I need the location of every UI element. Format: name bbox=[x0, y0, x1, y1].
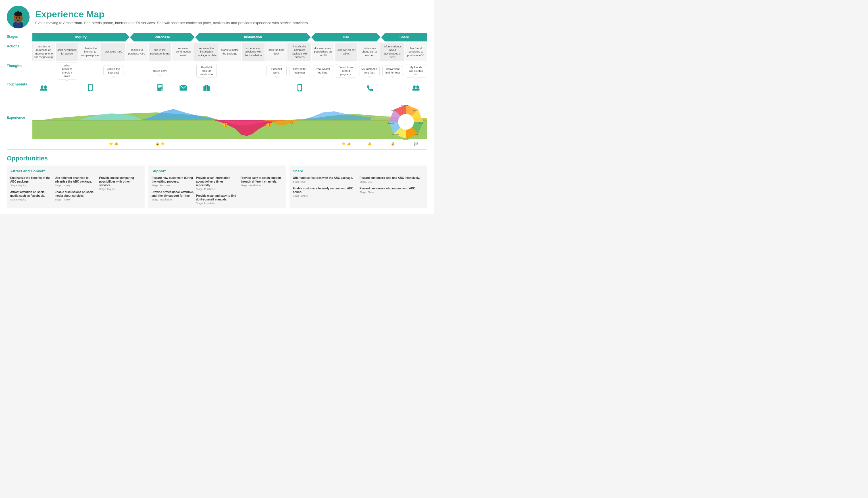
action-15: informs friends about advantages of ABC bbox=[381, 43, 404, 61]
action-13: uses wifi on her tablet bbox=[335, 43, 357, 61]
bottom-icons-row: ⭐ 👍 🔒 ⭐ ⭐ 👍 👍 🔒 💬 bbox=[7, 141, 427, 146]
action-0: decides to purchase an internet, phone a… bbox=[33, 43, 55, 61]
opp-column-support-title: Support bbox=[151, 169, 282, 173]
bottom-icon-5: 🔒 ⭐ bbox=[149, 141, 171, 146]
thought-13: Wow! I can record programs. bbox=[335, 62, 357, 79]
opp-column-support: Support Reward new customers during the … bbox=[148, 166, 286, 208]
touchpoint-6 bbox=[172, 81, 195, 95]
opp-items-share: Offer unique features with the ABC packa… bbox=[293, 176, 424, 197]
stages-container: Inquiry Purchase Installation Use Share bbox=[33, 33, 427, 41]
opp-column-share-title: Share bbox=[293, 169, 424, 173]
stage-share: Share bbox=[381, 33, 427, 41]
bottom-icon-16: 💬 bbox=[405, 141, 427, 146]
action-7: receives the installation package too la… bbox=[195, 43, 218, 61]
experience-map: Stages Inquiry Purchase Installation Use bbox=[7, 33, 427, 146]
svg-point-31 bbox=[416, 86, 419, 88]
touchpoint-15 bbox=[381, 81, 404, 95]
opp-item-share-1: Reward customers who use ABC intensively… bbox=[359, 176, 424, 197]
svg-text:fear: fear bbox=[415, 133, 419, 135]
action-14: makes free phone call to mother bbox=[358, 43, 381, 61]
opp-item-attract-1: Use different channels to advertise the … bbox=[54, 176, 97, 201]
thought-8 bbox=[218, 62, 241, 79]
thought-7: Finally! It took too much time bbox=[195, 62, 218, 79]
svg-text:👎: 👎 bbox=[221, 123, 228, 129]
actions-row: Actions decides to purchase an internet,… bbox=[7, 43, 427, 61]
svg-point-46 bbox=[398, 114, 414, 130]
action-2: checks the internet to compare prices bbox=[79, 43, 102, 61]
svg-rect-19 bbox=[158, 85, 162, 86]
action-12: discovers new possibilities on her TV bbox=[312, 43, 334, 61]
page-title: Experience Map bbox=[35, 9, 309, 19]
touchpoint-0 bbox=[33, 81, 55, 95]
svg-point-11 bbox=[41, 86, 43, 88]
touchpoints-label: Touchpoints bbox=[7, 81, 33, 86]
opp-column-attract: Attract and Convert Emphasize the benefi… bbox=[7, 166, 145, 208]
touchpoint-8 bbox=[218, 81, 241, 95]
opp-item-support-2: Provide easy to reach support through di… bbox=[240, 176, 282, 205]
touchpoint-12 bbox=[312, 81, 334, 95]
bottom-icons-container: ⭐ 👍 🔒 ⭐ ⭐ 👍 👍 🔒 💬 bbox=[33, 141, 427, 146]
bottom-icon-9 bbox=[242, 141, 265, 146]
stage-installation: Installation bbox=[195, 33, 310, 41]
touchpoint-11 bbox=[289, 81, 311, 95]
svg-text:👎: 👎 bbox=[266, 123, 272, 129]
thoughts-row: Thoughts What provider should I take? AB… bbox=[7, 62, 427, 79]
touchpoint-9 bbox=[242, 81, 265, 95]
svg-point-14 bbox=[43, 88, 48, 91]
opp-column-attract-title: Attract and Convert bbox=[10, 169, 141, 173]
thought-2 bbox=[79, 62, 102, 79]
svg-point-32 bbox=[412, 88, 416, 91]
stages-row: Stages Inquiry Purchase Installation Use bbox=[7, 33, 427, 41]
action-6: receives confirmation email bbox=[172, 43, 195, 61]
thought-6 bbox=[172, 62, 195, 79]
stage-use: Use bbox=[311, 33, 381, 41]
svg-text:sadness: sadness bbox=[392, 133, 399, 135]
thought-0 bbox=[33, 62, 55, 79]
svg-point-30 bbox=[413, 86, 416, 88]
stage-purchase: Purchase bbox=[130, 33, 195, 41]
svg-point-29 bbox=[299, 90, 300, 91]
bottom-icon-3: ⭐ 👍 bbox=[102, 141, 125, 146]
action-8: starts to install the package bbox=[218, 43, 241, 61]
svg-point-9 bbox=[16, 17, 17, 19]
opportunities-columns: Attract and Convert Emphasize the benefi… bbox=[7, 166, 427, 208]
touchpoints-row: Touchpoints bbox=[7, 81, 427, 95]
touchpoint-5 bbox=[149, 81, 171, 95]
thought-5: This is easy! bbox=[149, 62, 171, 79]
touchpoints-container bbox=[33, 81, 427, 95]
touchpoint-16 bbox=[405, 81, 427, 95]
bottom-icon-6 bbox=[172, 141, 195, 146]
touchpoint-10 bbox=[265, 81, 288, 95]
svg-point-10 bbox=[19, 17, 21, 19]
opp-items-support: Reward new customers during the waiting … bbox=[151, 176, 282, 205]
thoughts-container: What provider should I take? ABC is the … bbox=[33, 62, 427, 79]
touchpoint-1 bbox=[56, 81, 78, 95]
stage-inquiry: Inquiry bbox=[33, 33, 129, 41]
svg-rect-28 bbox=[298, 85, 301, 90]
svg-text:anger: anger bbox=[391, 109, 397, 112]
bottom-icon-13: ⭐ 👍 bbox=[335, 141, 357, 146]
bottom-icon-11 bbox=[289, 141, 311, 146]
opp-item-support-1: Provide clear information about delivery… bbox=[196, 176, 238, 205]
bottom-icon-15: 🔒 bbox=[381, 141, 404, 146]
touchpoint-7 bbox=[195, 81, 218, 95]
action-3: discovers ABC bbox=[102, 43, 125, 61]
touchpoint-13 bbox=[335, 81, 357, 95]
touchpoint-4 bbox=[126, 81, 148, 95]
svg-point-13 bbox=[40, 88, 44, 91]
thought-4 bbox=[126, 62, 148, 79]
bottom-icon-7 bbox=[195, 141, 218, 146]
svg-text:disgust: disgust bbox=[387, 122, 394, 124]
opportunities-section: Opportunities Attract and Convert Emphas… bbox=[7, 153, 427, 208]
thought-11: They better help me! bbox=[289, 62, 311, 79]
experience-chart-container: 👎 👎 ? bbox=[33, 95, 427, 140]
svg-text:?: ? bbox=[290, 120, 294, 127]
action-10: calls the help desk bbox=[265, 43, 288, 61]
svg-text:surprise: surprise bbox=[403, 138, 410, 140]
opp-item-attract-0: Emphasize the benefits of the ABC packag… bbox=[10, 176, 52, 201]
page: Experience Map Eva is moving to Amsterda… bbox=[0, 0, 434, 214]
action-9: experiences problems with the installati… bbox=[242, 43, 265, 61]
touchpoint-14 bbox=[358, 81, 381, 95]
bottom-icon-2 bbox=[79, 141, 102, 146]
bottom-icon-4 bbox=[126, 141, 148, 146]
